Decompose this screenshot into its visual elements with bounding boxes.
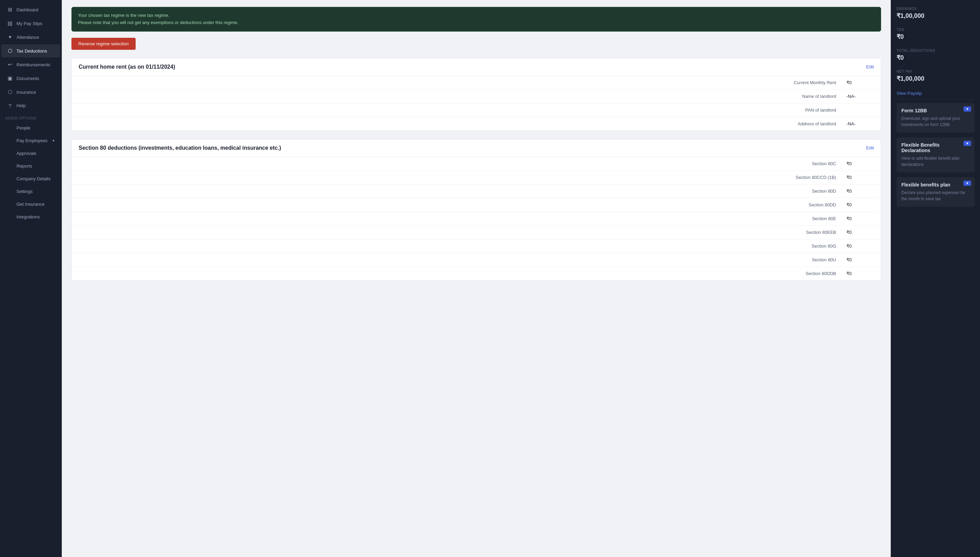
table-row: Section 80CCD (1B) ₹0	[72, 171, 881, 184]
sidebar: ⊞ Dashboard ▤ My Pay Slips ✦ Attendance …	[0, 0, 62, 557]
sidebar-item-label: Reports	[16, 163, 32, 169]
row-value: ₹0	[847, 243, 874, 249]
home-rent-header: Current home rent (as on 01/11/2024) Edi…	[72, 59, 881, 76]
sidebar-item-attendance[interactable]: ✦ Attendance	[2, 31, 60, 44]
sidebar-item-label: Pay Employees	[16, 138, 47, 143]
divider	[897, 99, 975, 99]
row-value: ₹0	[847, 271, 874, 276]
flexible-benefits-plan-desc: Declare your planned expenses for the mo…	[901, 190, 970, 202]
sidebar-item-label: Integrations	[16, 214, 40, 220]
sidebar-item-company-details[interactable]: Company Details	[2, 173, 60, 185]
alert-line2: Please note that you will not get any ex…	[78, 19, 874, 26]
row-label: Section 80C	[79, 161, 847, 166]
row-value: ₹0	[847, 161, 874, 166]
section80-header: Section 80 deductions (investments, educ…	[72, 139, 881, 157]
help-icon: ?	[7, 103, 13, 109]
sidebar-item-label: Dashboard	[16, 7, 39, 12]
flexible-benefits-declarations-badge: ▼	[964, 141, 971, 146]
sidebar-item-my-pay-slips[interactable]: ▤ My Pay Slips	[2, 17, 60, 30]
row-label: Section 80G	[79, 243, 847, 249]
form-12bb-desc: Download, sign and upload your investmen…	[901, 116, 970, 128]
sidebar-item-label: Insurance	[16, 90, 36, 95]
reverse-regime-button[interactable]: Reverse regime selection	[72, 38, 136, 50]
total-deductions-block: TOTAL DEDUCTIONS ₹0	[897, 49, 975, 62]
row-label: Address of landlord	[79, 121, 847, 126]
sidebar-item-approvals[interactable]: Approvals	[2, 147, 60, 160]
earnings-value: ₹1,00,000	[897, 12, 975, 20]
table-row: Address of landlord -NA-	[72, 117, 881, 130]
sidebar-item-integrations[interactable]: Integrations	[2, 211, 60, 223]
tds-label: TDS	[897, 28, 975, 32]
sidebar-item-label: Company Details	[16, 176, 50, 181]
view-payslip-link[interactable]: View Payslip	[897, 91, 975, 96]
row-label: Current Monthly Rent	[79, 80, 847, 85]
total-deductions-label: TOTAL DEDUCTIONS	[897, 49, 975, 52]
flexible-benefits-declarations-desc: View or add flexible benefit plan declar…	[901, 155, 970, 168]
sidebar-item-label: Settings	[16, 189, 33, 194]
sidebar-item-label: Attendance	[16, 35, 39, 40]
sidebar-item-label: People	[16, 125, 30, 130]
table-row: PAN of landlord	[72, 103, 881, 117]
flexible-benefits-declarations-widget[interactable]: ▼ Flexible Benefits Declarations View or…	[897, 137, 975, 173]
sidebar-item-label: My Pay Slips	[16, 21, 42, 26]
row-value: -NA-	[847, 121, 874, 126]
flexible-benefits-plan-badge: ▼	[964, 181, 971, 186]
earnings-block: EARNINGS ₹1,00,000	[897, 7, 975, 20]
row-label: Section 80DD	[79, 202, 847, 207]
row-value: ₹0	[847, 257, 874, 262]
pay-slips-icon: ▤	[7, 20, 13, 26]
table-row: Section 80G ₹0	[72, 239, 881, 253]
form-12bb-title: Form 12BB	[901, 108, 970, 113]
sidebar-item-pay-employees[interactable]: Pay Employees ▾	[2, 135, 60, 147]
chevron-down-icon: ▾	[52, 138, 55, 143]
alert-line1: Your chosen tax regime is the new tax re…	[78, 12, 874, 19]
row-label: PAN of landlord	[79, 107, 847, 112]
tax-icon: ⬡	[7, 48, 13, 54]
sidebar-item-insurance[interactable]: ⬡ Insurance	[2, 86, 60, 99]
sidebar-item-dashboard[interactable]: ⊞ Dashboard	[2, 3, 60, 16]
tds-block: TDS ₹0	[897, 28, 975, 41]
table-row: Section 80DD ₹0	[72, 198, 881, 212]
flexible-benefits-plan-title: Flexible benefits plan	[901, 182, 970, 187]
tds-value: ₹0	[897, 33, 975, 41]
section80-edit-button[interactable]: Edit	[866, 145, 874, 150]
sidebar-item-get-insurance[interactable]: Get Insurance	[2, 198, 60, 210]
row-value: ₹0	[847, 230, 874, 235]
table-row: Section 80U ₹0	[72, 253, 881, 267]
right-panel: EARNINGS ₹1,00,000 TDS ₹0 TOTAL DEDUCTIO…	[891, 0, 980, 557]
table-row: Current Monthly Rent ₹0	[72, 76, 881, 90]
table-row: Section 80D ₹0	[72, 184, 881, 198]
sidebar-item-help[interactable]: ? Help	[2, 99, 60, 112]
sidebar-item-label: Reimbursements	[16, 62, 50, 67]
main-content: Your chosen tax regime is the new tax re…	[62, 0, 891, 557]
section80-title: Section 80 deductions (investments, educ…	[79, 145, 281, 151]
sidebar-item-reports[interactable]: Reports	[2, 160, 60, 172]
row-value: ₹0	[847, 80, 874, 85]
table-row: Section 80E ₹0	[72, 212, 881, 226]
row-value: ₹0	[847, 175, 874, 180]
documents-icon: ▣	[7, 75, 13, 81]
dashboard-icon: ⊞	[7, 7, 13, 13]
sidebar-item-tax-deductions[interactable]: ⬡ Tax Deductions	[2, 44, 60, 57]
flexible-benefits-plan-widget[interactable]: ▼ Flexible benefits plan Declare your pl…	[897, 177, 975, 207]
sidebar-item-settings[interactable]: Settings	[2, 186, 60, 197]
sidebar-item-people[interactable]: People	[2, 122, 60, 134]
insurance-icon: ⬡	[7, 89, 13, 95]
row-label: Section 80CCD (1B)	[79, 175, 847, 180]
row-label: Name of landlord	[79, 94, 847, 99]
home-rent-edit-button[interactable]: Edit	[866, 64, 874, 69]
home-rent-section: Current home rent (as on 01/11/2024) Edi…	[72, 58, 881, 131]
sidebar-item-documents[interactable]: ▣ Documents	[2, 72, 60, 85]
sidebar-item-label: Tax Deductions	[16, 49, 47, 54]
sidebar-item-label: Documents	[16, 76, 39, 81]
flexible-benefits-declarations-title: Flexible Benefits Declarations	[901, 142, 970, 153]
row-label: Section 80U	[79, 257, 847, 262]
attendance-icon: ✦	[7, 34, 13, 40]
net-pay-block: NET PAY ₹1,00,000	[897, 70, 975, 82]
table-row: Section 80C ₹0	[72, 157, 881, 171]
table-row: Section 80DDB ₹0	[72, 267, 881, 280]
form-12bb-widget[interactable]: ▼ Form 12BB Download, sign and upload yo…	[897, 103, 975, 132]
sidebar-item-reimbursements[interactable]: ↩ Reimbursements	[2, 58, 60, 71]
net-pay-value: ₹1,00,000	[897, 75, 975, 82]
earnings-label: EARNINGS	[897, 7, 975, 11]
